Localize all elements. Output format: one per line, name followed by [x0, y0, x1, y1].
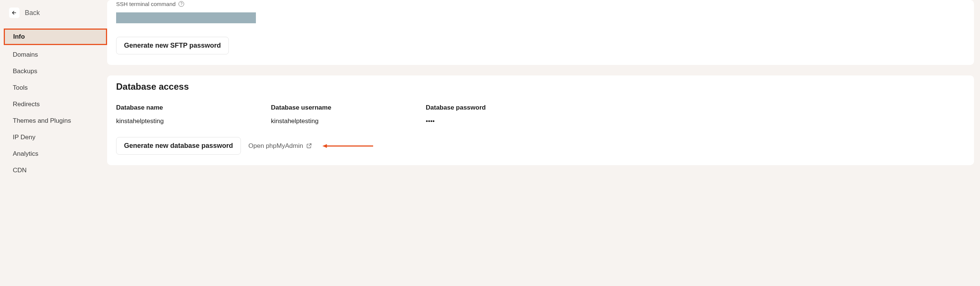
sidebar-item-label: Domains: [13, 51, 38, 58]
back-row: Back: [0, 6, 107, 28]
database-action-row: Generate new database password Open phpM…: [116, 137, 965, 155]
sidebar: Back Info Domains Backups Tools Redirect…: [0, 0, 107, 286]
sidebar-item-domains[interactable]: Domains: [0, 47, 107, 63]
ssh-command-redacted: [116, 13, 256, 23]
database-grid: Database name kinstahelptesting Database…: [116, 104, 965, 125]
sidebar-item-ip-deny[interactable]: IP Deny: [0, 129, 107, 145]
generate-db-password-button[interactable]: Generate new database password: [116, 137, 241, 155]
sidebar-item-info[interactable]: Info: [4, 28, 107, 45]
database-name-column: Database name kinstahelptesting: [116, 104, 271, 125]
sidebar-item-label: Backups: [13, 68, 37, 75]
arrow-left-icon: [11, 10, 17, 16]
annotation-arrow: [322, 143, 373, 149]
database-section-title: Database access: [116, 81, 965, 92]
back-label: Back: [25, 9, 40, 17]
ssh-label: SSH terminal command: [116, 1, 175, 7]
database-access-card: Database access Database name kinstahelp…: [107, 76, 974, 165]
external-link-icon: [306, 143, 312, 149]
sidebar-item-label: Themes and Plugins: [13, 117, 71, 124]
ssh-card: SSH terminal command ? Generate new SFTP…: [107, 0, 974, 65]
database-username-label: Database username: [271, 104, 426, 111]
open-phpmyadmin-label: Open phpMyAdmin: [248, 142, 303, 150]
sidebar-item-label: Tools: [13, 84, 28, 91]
database-password-column: Database password ••••: [426, 104, 965, 125]
help-icon[interactable]: ?: [178, 1, 184, 7]
sidebar-item-analytics[interactable]: Analytics: [0, 145, 107, 162]
sidebar-item-backups[interactable]: Backups: [0, 63, 107, 79]
sidebar-item-redirects[interactable]: Redirects: [0, 96, 107, 112]
back-button[interactable]: [9, 8, 19, 18]
sidebar-item-label: Info: [13, 33, 25, 40]
generate-sftp-password-button[interactable]: Generate new SFTP password: [116, 37, 229, 54]
sidebar-item-label: Analytics: [13, 150, 38, 157]
database-password-value: ••••: [426, 117, 965, 125]
ssh-label-row: SSH terminal command ?: [116, 1, 965, 7]
sidebar-item-label: CDN: [13, 167, 27, 174]
svg-marker-1: [322, 144, 327, 148]
database-name-value: kinstahelptesting: [116, 117, 271, 125]
main-content: SSH terminal command ? Generate new SFTP…: [107, 0, 980, 286]
open-phpmyadmin-link[interactable]: Open phpMyAdmin: [248, 142, 312, 150]
database-password-label: Database password: [426, 104, 965, 111]
database-name-label: Database name: [116, 104, 271, 111]
sidebar-item-tools[interactable]: Tools: [0, 79, 107, 96]
database-username-value: kinstahelptesting: [271, 117, 426, 125]
sidebar-item-themes-plugins[interactable]: Themes and Plugins: [0, 112, 107, 129]
sidebar-item-label: Redirects: [13, 101, 40, 108]
database-username-column: Database username kinstahelptesting: [271, 104, 426, 125]
sidebar-item-cdn[interactable]: CDN: [0, 162, 107, 179]
sidebar-item-label: IP Deny: [13, 134, 35, 141]
